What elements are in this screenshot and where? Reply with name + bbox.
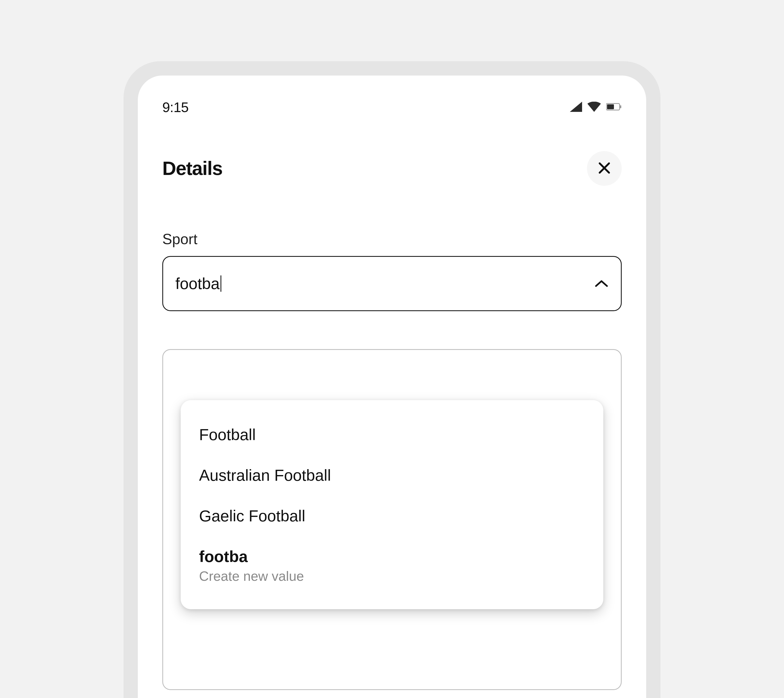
close-button[interactable] bbox=[587, 151, 622, 186]
sport-dropdown: Football Australian Football Gaelic Foot… bbox=[181, 400, 603, 609]
chevron-up-icon[interactable] bbox=[595, 277, 609, 291]
dropdown-option[interactable]: Football bbox=[181, 415, 603, 455]
create-option-primary: footba bbox=[199, 547, 585, 566]
field-label-sport: Sport bbox=[162, 231, 622, 247]
text-caret bbox=[221, 275, 221, 292]
battery-icon bbox=[606, 103, 622, 112]
status-icons bbox=[570, 102, 622, 113]
sport-input-value: footba bbox=[175, 274, 220, 293]
page-title: Details bbox=[162, 157, 222, 179]
wifi-icon bbox=[587, 102, 601, 113]
header: Details bbox=[162, 151, 622, 186]
phone-screen: 9:15 Details bbox=[138, 76, 646, 698]
dropdown-option[interactable]: Gaelic Football bbox=[181, 496, 603, 536]
status-time: 9:15 bbox=[162, 99, 188, 115]
sport-input-text[interactable]: footba bbox=[175, 274, 595, 293]
svg-rect-2 bbox=[620, 105, 621, 108]
status-bar: 9:15 bbox=[162, 96, 622, 119]
sport-combobox[interactable]: footba bbox=[162, 256, 622, 311]
dropdown-option[interactable]: Australian Football bbox=[181, 455, 603, 496]
dropdown-create-option[interactable]: footba Create new value bbox=[181, 536, 603, 595]
close-icon bbox=[597, 161, 611, 176]
create-option-secondary: Create new value bbox=[199, 568, 585, 584]
svg-rect-1 bbox=[607, 104, 614, 109]
phone-frame: 9:15 Details bbox=[124, 61, 660, 698]
cellular-icon bbox=[570, 102, 582, 113]
